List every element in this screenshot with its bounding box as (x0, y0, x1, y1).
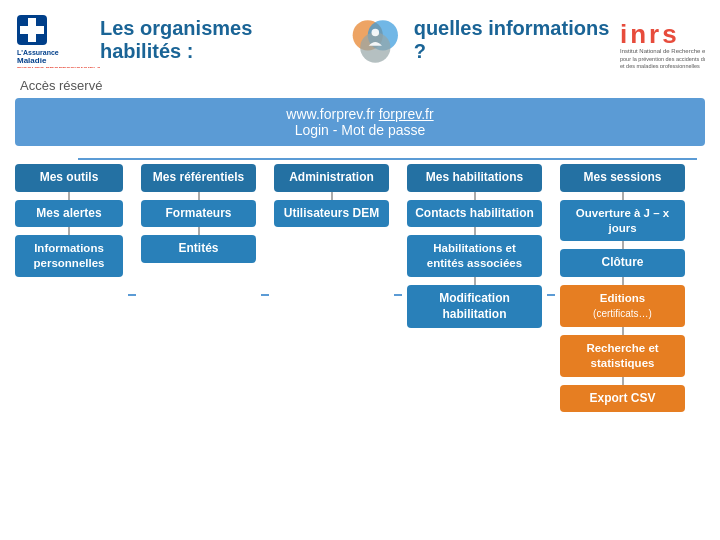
main-flow: Mes outils Mes alertes Informations pers… (15, 158, 705, 412)
h-conn-1 (128, 294, 136, 296)
v-line-1 (68, 192, 70, 200)
v-line-4 (198, 227, 200, 235)
v-line-7 (474, 227, 476, 235)
entites-box[interactable]: Entités (141, 235, 256, 263)
contacts-habilitation-box[interactable]: Contacts habilitation (407, 200, 542, 228)
ouverture-box[interactable]: Ouverture à J – x jours (560, 200, 685, 242)
habilitations-entites-box[interactable]: Habilitations et entités associées (407, 235, 542, 277)
col-referentiels: Mes référentiels Formateurs Entités (141, 164, 256, 263)
svg-text:Institut National de Recherche: Institut National de Recherche et de Séc… (620, 48, 705, 54)
mes-habilitations-box[interactable]: Mes habilitations (407, 164, 542, 192)
col-mes-outils: Mes outils Mes alertes Informations pers… (15, 164, 123, 277)
v-line-2 (68, 227, 70, 235)
inrs-logo: inrs Institut National de Recherche et d… (615, 13, 705, 68)
title-section: Les organismes habilités : quelles infor… (100, 10, 615, 70)
recherche-box[interactable]: Recherche et statistiques (560, 335, 685, 377)
mes-sessions-box[interactable]: Mes sessions (560, 164, 685, 192)
svg-text:RISQUES PROFESSIONNELS: RISQUES PROFESSIONNELS (17, 66, 100, 68)
main-tree-row: Mes outils Mes alertes Informations pers… (15, 164, 705, 412)
v-line-5 (331, 192, 333, 200)
v-line-8 (474, 277, 476, 285)
mes-referentiels-box[interactable]: Mes référentiels (141, 164, 256, 192)
svg-text:L'Assurance: L'Assurance (17, 49, 59, 56)
svg-point-9 (372, 29, 380, 37)
header: L'Assurance Maladie RISQUES PROFESSIONNE… (15, 10, 705, 70)
title-right: quelles informations ? (414, 17, 615, 63)
svg-text:et des maladies professionnell: et des maladies professionnelles (620, 63, 700, 68)
cloture-box[interactable]: Clôture (560, 249, 685, 277)
col-habilitations: Mes habilitations Contacts habilitation … (407, 164, 542, 328)
login-url-underline: forprev.fr (379, 106, 434, 122)
modification-habilitation-box[interactable]: Modification habilitation (407, 285, 542, 328)
v-line-10 (622, 241, 624, 249)
svg-text:Maladie: Maladie (17, 56, 47, 65)
export-csv-box[interactable]: Export CSV (560, 385, 685, 413)
col-sessions: Mes sessions Ouverture à J – x jours Clô… (560, 164, 685, 412)
svg-point-8 (360, 32, 390, 62)
h-conn-4 (547, 294, 555, 296)
h-conn-2 (261, 294, 269, 296)
login-url[interactable]: www.forprev.fr forprev.fr (286, 106, 433, 122)
acces-reserve-label: Accès réservé (20, 78, 705, 93)
h-conn-3 (394, 294, 402, 296)
title-left: Les organismes habilités : (100, 17, 337, 63)
top-connector-bar (15, 158, 705, 160)
v-line-3 (198, 192, 200, 200)
v-line-13 (622, 377, 624, 385)
venn-diagram-icon (347, 10, 404, 70)
utilisateurs-dem-box[interactable]: Utilisateurs DEM (274, 200, 389, 228)
mes-alertes-box[interactable]: Mes alertes (15, 200, 123, 228)
am-logo: L'Assurance Maladie RISQUES PROFESSIONNE… (15, 13, 100, 68)
page: L'Assurance Maladie RISQUES PROFESSIONNE… (0, 0, 720, 540)
formateurs-box[interactable]: Formateurs (141, 200, 256, 228)
v-line-6 (474, 192, 476, 200)
login-url-text: www.forprev.fr (286, 106, 374, 122)
svg-text:inrs: inrs (620, 19, 680, 49)
svg-rect-2 (20, 26, 44, 34)
mes-outils-box[interactable]: Mes outils (15, 164, 123, 192)
administration-box[interactable]: Administration (274, 164, 389, 192)
v-line-12 (622, 327, 624, 335)
v-line-11 (622, 277, 624, 285)
v-line-9 (622, 192, 624, 200)
col-administration: Administration Utilisateurs DEM (274, 164, 389, 227)
login-mot-passe: Login - Mot de passe (295, 122, 426, 138)
informations-box[interactable]: Informations personnelles (15, 235, 123, 277)
editions-box[interactable]: Editions (certificats…) (560, 285, 685, 327)
login-box[interactable]: www.forprev.fr forprev.fr Login - Mot de… (15, 98, 705, 146)
svg-text:pour la prévention des acciden: pour la prévention des accidents du trav… (620, 56, 705, 62)
